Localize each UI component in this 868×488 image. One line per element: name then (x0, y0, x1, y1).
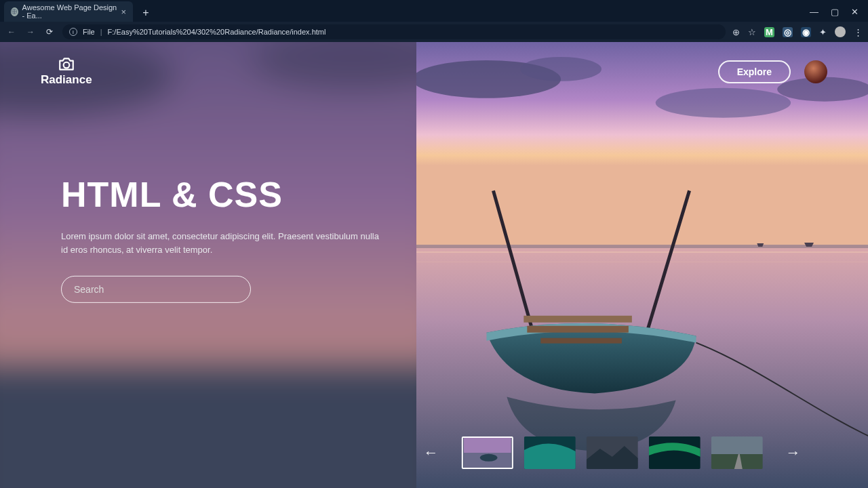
search-field[interactable] (61, 276, 251, 303)
hero-description: Lorem ipsum dolor sit amet, consectetur … (61, 229, 380, 256)
info-icon: i (69, 28, 77, 36)
hero-title: HTML & CSS (61, 174, 380, 214)
star-icon[interactable]: ☆ (748, 27, 756, 37)
extension-target-icon[interactable]: ◎ (783, 27, 793, 37)
minimize-icon[interactable]: — (810, 7, 818, 17)
new-tab-button[interactable]: + (137, 4, 155, 22)
thumbnail-mountain-dusk[interactable] (586, 436, 637, 469)
prev-arrow-icon[interactable]: ← (411, 444, 450, 462)
next-arrow-icon[interactable]: → (773, 444, 812, 462)
thumbnail-aurora-green[interactable] (648, 436, 700, 469)
user-avatar[interactable] (804, 60, 827, 83)
svg-point-19 (63, 62, 69, 68)
thumbnail-strip: ← → (411, 436, 812, 469)
brand-name: Radiance (41, 73, 92, 87)
camera-icon (58, 57, 75, 72)
forward-icon[interactable]: → (24, 27, 37, 37)
svg-rect-26 (711, 436, 762, 454)
browser-tab-active[interactable]: Awesome Web Page Design - Ea... × (4, 1, 133, 22)
url-text: F:/Easy%20Tutorials%204/302%20Radiance/R… (108, 28, 326, 36)
address-bar[interactable]: i File | F:/Easy%20Tutorials%204/302%20R… (62, 24, 726, 39)
extension-camera-icon[interactable]: ◉ (801, 27, 811, 37)
browser-tabstrip: Awesome Web Page Design - Ea... × + — ▢ … (0, 0, 868, 22)
back-icon[interactable]: ← (5, 27, 18, 37)
thumbnail-boat-sunset[interactable] (461, 436, 513, 469)
close-window-icon[interactable]: ✕ (851, 7, 859, 17)
reload-icon[interactable]: ⟳ (43, 27, 56, 37)
profile-icon[interactable] (835, 26, 846, 37)
extension-m-icon[interactable]: M (764, 27, 774, 37)
thumbnail-valley-road[interactable] (711, 436, 762, 469)
page-viewport: Radiance Explore HTML & CSS Lorem ipsum … (0, 42, 868, 488)
extensions-icon[interactable]: ✦ (819, 27, 827, 37)
zoom-icon[interactable]: ⊕ (732, 27, 740, 37)
globe-icon (11, 7, 18, 16)
tab-title: Awesome Web Page Design - Ea... (22, 3, 117, 20)
browser-toolbar: ← → ⟳ i File | F:/Easy%20Tutorials%204/3… (0, 22, 868, 42)
svg-rect-20 (464, 438, 511, 453)
menu-icon[interactable]: ⋮ (854, 27, 863, 37)
maximize-icon[interactable]: ▢ (831, 7, 839, 17)
brand-logo[interactable]: Radiance (41, 57, 92, 87)
url-scheme: File (83, 28, 95, 36)
close-icon[interactable]: × (121, 7, 126, 17)
search-input[interactable] (74, 284, 238, 295)
explore-button[interactable]: Explore (718, 60, 791, 83)
thumbnail-aurora-teal[interactable] (524, 436, 575, 469)
svg-point-22 (479, 454, 497, 462)
